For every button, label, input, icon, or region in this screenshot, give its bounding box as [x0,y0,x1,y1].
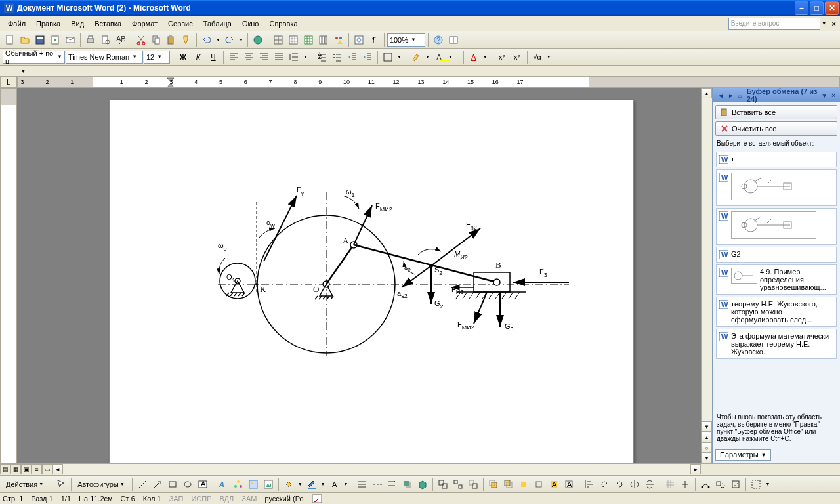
rectangle-button[interactable] [165,477,180,492]
bullet-list-button[interactable] [330,50,345,64]
regroup-button[interactable] [466,477,480,492]
clipart-button[interactable] [246,477,261,492]
vertical-ruler[interactable] [0,88,17,463]
align-left-button[interactable] [226,50,241,64]
nudge-button[interactable] [678,477,692,492]
clipboard-item-4[interactable]: W4.9. Пример определения уравновешивающ.… [716,264,837,295]
group-button[interactable] [436,477,450,492]
align-right-button[interactable] [257,50,271,64]
taskpane-home-icon[interactable]: ⌂ [736,92,744,99]
text-front-button[interactable]: A [547,477,561,492]
flip-v-button[interactable] [642,477,657,492]
align-center-button[interactable] [242,50,256,64]
oval-button[interactable] [180,477,195,492]
status-rec[interactable]: ЗАП [169,495,184,503]
superscript-button[interactable]: x2 [495,50,509,64]
edit-points-button[interactable] [698,477,713,492]
next-page-button[interactable]: ▼ [702,453,712,463]
justify-button[interactable] [272,50,286,64]
line-style-button[interactable] [355,477,369,492]
font-color-draw-button[interactable]: A [327,477,342,492]
menu-edit[interactable]: Правка [31,18,66,30]
taskpane-fwd[interactable]: ► [726,92,736,99]
status-trk[interactable]: ИСПР [191,495,211,503]
taskpane-close[interactable]: × [830,92,837,99]
doc-map-button[interactable] [352,33,366,47]
arrow-style-button[interactable] [385,477,400,492]
insert-table-button[interactable] [286,33,301,47]
menu-tools[interactable]: Сервис [163,18,198,30]
format-painter-button[interactable] [179,33,194,47]
change-autoshape-button[interactable] [713,477,728,492]
reading-view-button[interactable]: ▭ [42,464,52,474]
scroll-down-button[interactable]: ▼ [702,421,712,432]
scroll-left-button[interactable]: ◄ [52,464,63,474]
options-button[interactable]: Параметры ▼ [715,449,771,461]
rotate-left-button[interactable] [597,477,612,492]
fill-color-button[interactable] [282,477,296,492]
spellcheck-status-icon[interactable] [312,494,322,503]
status-ext[interactable]: ВДЛ [220,495,234,503]
paste-button[interactable] [164,33,178,47]
style-dropdown[interactable]: Обычный + по ц▼ [3,51,65,64]
select-arrow-button[interactable] [54,477,68,492]
document-area[interactable]: Fy ω1 FMИ2 αw ω0 A Fn2 MИ2 O1 K O S2 ε2 … [17,88,701,463]
outline-view-button[interactable]: ≡ [32,464,42,474]
highlight-button[interactable] [409,50,423,64]
open-button[interactable] [18,33,32,47]
browse-object-button[interactable]: ○ [702,442,712,453]
menu-file[interactable]: Файл [3,18,31,30]
underline-button[interactable]: Ч [206,50,220,64]
redo-dropdown[interactable]: ▼ [238,37,245,42]
print-preview-button[interactable] [98,33,113,47]
dash-style-button[interactable] [370,477,385,492]
decrease-indent-button[interactable] [345,50,360,64]
undo-dropdown[interactable]: ▼ [215,37,222,42]
normal-view-button[interactable]: ▤ [0,464,10,474]
shadow-button[interactable] [400,477,415,492]
menu-view[interactable]: Вид [66,18,89,30]
clipboard-item-1[interactable]: W [716,169,837,206]
email-button[interactable] [63,33,77,47]
textbox-button[interactable]: A [196,477,210,492]
set-defaults-button[interactable] [728,477,743,492]
redo-button[interactable] [222,33,237,47]
menu-insert[interactable]: Вставка [89,18,127,30]
close-button[interactable]: ✕ [825,1,839,15]
bring-forward-button[interactable] [516,477,531,492]
menu-format[interactable]: Формат [127,18,163,30]
insert-worksheet-button[interactable] [301,33,316,47]
size-dropdown[interactable]: 12▼ [144,51,170,64]
taskpane-back[interactable]: ◄ [715,92,726,99]
drawing-button[interactable] [331,33,346,47]
scroll-right-button[interactable]: ► [690,464,701,474]
menu-table[interactable]: Таблица [198,18,237,30]
save-button[interactable] [33,33,47,47]
diagram-button[interactable] [231,477,245,492]
show-formatting-button[interactable]: ¶ [367,33,381,47]
prev-page-button[interactable]: ▲ [702,432,712,442]
line-button[interactable] [135,477,150,492]
undo-button[interactable] [200,33,214,47]
vertical-scrollbar[interactable]: ▲ ▼ ▲ ○ ▼ [701,88,712,463]
minimize-button[interactable]: – [795,1,808,15]
hscroll-track[interactable] [63,464,690,475]
close-doc-button[interactable]: × [828,20,840,28]
status-ovr[interactable]: ЗАМ [242,495,257,503]
3d-button[interactable] [415,477,430,492]
paste-all-button[interactable]: Вставить все [715,105,837,119]
increase-indent-button[interactable] [360,50,375,64]
help-button[interactable]: ? [431,33,446,47]
font-dropdown[interactable]: Times New Roman▼ [66,51,143,64]
scroll-up-button[interactable]: ▲ [702,88,712,98]
italic-button[interactable]: К [191,50,205,64]
canvas-button[interactable] [749,477,763,492]
equation-button[interactable]: √α [530,50,545,64]
numbered-list-button[interactable]: 12 [315,50,329,64]
line-color-button[interactable] [304,477,319,492]
menu-window[interactable]: Окно [237,18,264,30]
status-lang[interactable]: русский (Ро [264,495,303,503]
print-view-button[interactable]: ▣ [21,464,32,474]
read-mode-button[interactable] [446,33,461,47]
clipboard-item-6[interactable]: WЭта формула математически выражает теор… [716,329,837,359]
